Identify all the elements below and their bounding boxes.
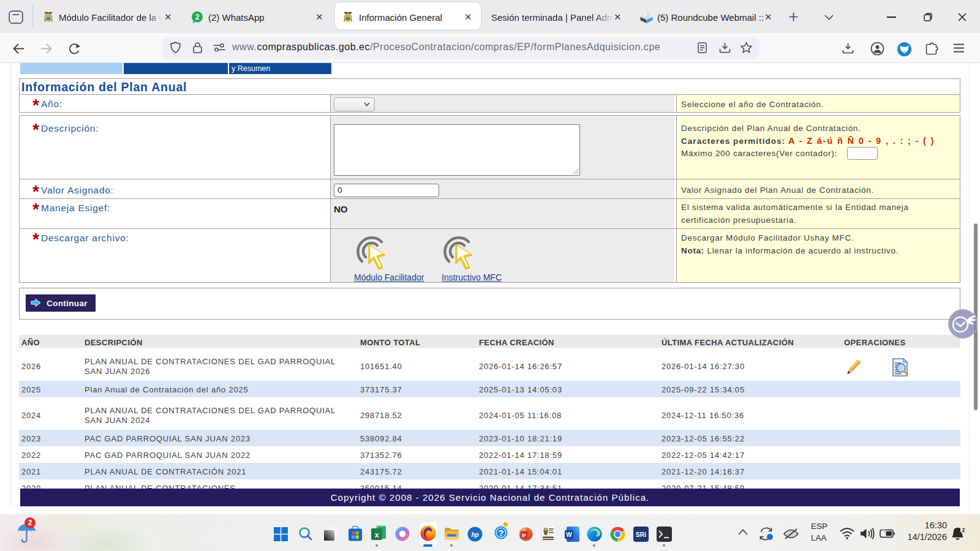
- svg-text:x: x: [375, 531, 379, 539]
- svg-text:SRi: SRi: [636, 531, 647, 538]
- svg-text:?: ?: [499, 528, 504, 538]
- svg-text:hp: hp: [471, 531, 478, 538]
- svg-text:z: z: [962, 527, 965, 533]
- svg-text:2: 2: [195, 13, 200, 21]
- svg-text:P: P: [522, 532, 526, 539]
- svg-text:W: W: [566, 531, 572, 538]
